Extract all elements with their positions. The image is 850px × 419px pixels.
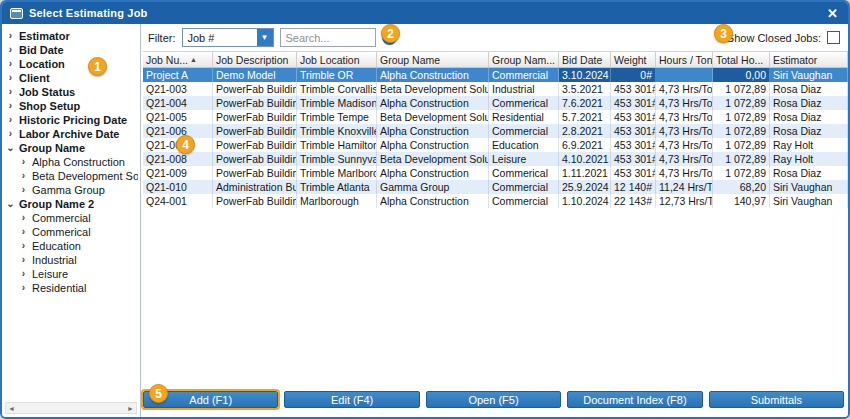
column-header-job-nu[interactable]: Job Nu...▲: [143, 52, 213, 67]
filter-field-dropdown[interactable]: Job # ▼: [182, 28, 274, 47]
chevron-down-icon[interactable]: ▼: [257, 29, 273, 46]
tree-item-label: Residential: [32, 282, 86, 294]
job-row-q21-003[interactable]: Q21-003PowerFab Building ORTrimble Corva…: [143, 82, 848, 96]
scroll-right-icon[interactable]: ►: [127, 405, 134, 412]
cell-job-nu: Q21-005: [143, 110, 213, 124]
tree-item-beta-development-solu[interactable]: ›Beta Development Solu: [6, 169, 138, 183]
scroll-left-icon[interactable]: ◄: [8, 405, 15, 412]
cell-hours-ton: 4,73 Hrs/Ton: [656, 138, 713, 152]
cell-estimator: Siri Vaughan: [770, 180, 848, 194]
filter-bar: Filter: Job # ▼ ? Show Closed Jobs:: [141, 24, 848, 51]
cell-weight: 12 140#: [611, 180, 656, 194]
chevron-right-icon[interactable]: ›: [6, 71, 15, 85]
column-header-label: Weight: [614, 54, 647, 66]
cell-group-nam: Commercial: [489, 194, 559, 208]
tree-item-shop-setup[interactable]: ›Shop Setup: [6, 99, 138, 113]
column-header-hours-ton[interactable]: Hours / Ton: [656, 52, 713, 67]
chevron-down-icon[interactable]: ⌄: [6, 197, 15, 211]
search-input[interactable]: [280, 28, 376, 47]
column-header-group-name[interactable]: Group Name: [377, 52, 489, 67]
cell-weight: 453 301#: [611, 152, 656, 166]
cell-group-nam: Residential: [489, 110, 559, 124]
chevron-right-icon[interactable]: ›: [6, 127, 15, 141]
cell-estimator: Siri Vaughan: [770, 194, 848, 208]
chevron-right-icon[interactable]: ›: [19, 183, 28, 197]
job-row-q21-005[interactable]: Q21-005PowerFab Building AZTrimble Tempe…: [143, 110, 848, 124]
tree-item-label: Commercial: [32, 212, 91, 224]
column-header-bid-date[interactable]: Bid Date: [559, 52, 611, 67]
job-row-q21-010[interactable]: Q21-010Administration BuildingTrimble At…: [143, 180, 848, 194]
show-closed-jobs-label: Show Closed Jobs:: [727, 32, 821, 44]
column-header-job-description[interactable]: Job Description: [213, 52, 297, 67]
tree-item-job-status[interactable]: ›Job Status: [6, 85, 138, 99]
edit-f4-button[interactable]: Edit (F4): [284, 391, 419, 408]
chevron-right-icon[interactable]: ›: [6, 99, 15, 113]
chevron-down-icon[interactable]: ⌄: [6, 141, 15, 155]
tree-horizontal-scrollbar[interactable]: ◄ ►: [5, 402, 137, 414]
job-row-project-a[interactable]: Project ADemo ModelTrimble ORAlpha Const…: [143, 68, 848, 82]
chevron-right-icon[interactable]: ›: [19, 281, 28, 295]
chevron-right-icon[interactable]: ›: [6, 113, 15, 127]
submittals-button[interactable]: Submittals: [709, 391, 844, 408]
tree-item-labor-archive-date[interactable]: ›Labor Archive Date: [6, 127, 138, 141]
cell-estimator: Rosa Diaz: [770, 124, 848, 138]
chevron-right-icon[interactable]: ›: [6, 85, 15, 99]
document-index-f8-button[interactable]: Document Index (F8): [567, 391, 702, 408]
open-f5-button[interactable]: Open (F5): [426, 391, 561, 408]
tree-item-industrial[interactable]: ›Industrial: [6, 253, 138, 267]
chevron-right-icon[interactable]: ›: [6, 29, 15, 43]
cell-job-nu: Project A: [143, 68, 213, 82]
column-header-total-ho[interactable]: Total Ho...: [713, 52, 770, 67]
cell-group-name: Beta Development Solution: [377, 152, 489, 166]
column-header-job-location[interactable]: Job Location: [297, 52, 377, 67]
tree-item-group-name-2[interactable]: ⌄Group Name 2: [6, 197, 138, 211]
tree-item-education[interactable]: ›Education: [6, 239, 138, 253]
column-header-group-nam[interactable]: Group Nam...: [489, 52, 559, 67]
chevron-right-icon[interactable]: ›: [19, 155, 28, 169]
chevron-right-icon[interactable]: ›: [19, 225, 28, 239]
chevron-right-icon[interactable]: ›: [19, 253, 28, 267]
column-header-label: Hours / Ton: [659, 54, 713, 66]
job-row-q21-007[interactable]: Q21-007PowerFab Building INTrimble Hamil…: [143, 138, 848, 152]
tree-item-residential[interactable]: ›Residential: [6, 281, 138, 295]
chevron-right-icon[interactable]: ›: [19, 239, 28, 253]
close-icon[interactable]: ✕: [825, 6, 840, 21]
tree-item-label: Alpha Construction: [32, 156, 125, 168]
sort-ascending-icon: ▲: [190, 56, 197, 63]
tree-item-label: Gamma Group: [32, 184, 105, 196]
chevron-right-icon[interactable]: ›: [6, 43, 15, 57]
chevron-right-icon[interactable]: ›: [19, 267, 28, 281]
tree-item-location[interactable]: ›Location: [6, 57, 138, 71]
job-row-q21-008[interactable]: Q21-008PowerFab Building CATrimble Sunny…: [143, 152, 848, 166]
cell-weight: 0#: [611, 68, 656, 82]
cell-job-description: Administration Building: [213, 180, 297, 194]
chevron-right-icon[interactable]: ›: [6, 57, 15, 71]
column-header-estimator[interactable]: Estimator: [770, 52, 848, 67]
column-header-label: Group Nam...: [492, 54, 555, 66]
tree-item-commerical[interactable]: ›Commerical: [6, 225, 138, 239]
tree-item-group-name[interactable]: ⌄Group Name: [6, 141, 138, 155]
cell-total-ho: 0,00: [713, 68, 770, 82]
chevron-right-icon[interactable]: ›: [19, 211, 28, 225]
title-bar: Select Estimating Job ✕: [2, 2, 848, 24]
tree-item-bid-date[interactable]: ›Bid Date: [6, 43, 138, 57]
cell-estimator: Rosa Diaz: [770, 110, 848, 124]
tree-item-historic-pricing-date[interactable]: ›Historic Pricing Date: [6, 113, 138, 127]
cell-hours-ton: 4,73 Hrs/Ton: [656, 96, 713, 110]
job-row-q21-009[interactable]: Q21-009PowerFab Building MATrimble Marlb…: [143, 166, 848, 180]
cell-job-nu: Q21-009: [143, 166, 213, 180]
chevron-right-icon[interactable]: ›: [19, 169, 28, 183]
tree-item-leisure[interactable]: ›Leisure: [6, 267, 138, 281]
tree-item-gamma-group[interactable]: ›Gamma Group: [6, 183, 138, 197]
job-row-q21-006[interactable]: Q21-006PowerFab Building TNTrimble Knoxv…: [143, 124, 848, 138]
column-header-weight[interactable]: Weight: [611, 52, 656, 67]
tree-item-commercial[interactable]: ›Commercial: [6, 211, 138, 225]
job-row-q24-001[interactable]: Q24-001PowerFab Building MAMarlboroughAl…: [143, 194, 848, 208]
tree-item-alpha-construction[interactable]: ›Alpha Construction: [6, 155, 138, 169]
job-row-q21-004[interactable]: Q21-004PowerFab Building WITrimble Madis…: [143, 96, 848, 110]
tree-item-label: Education: [32, 240, 81, 252]
tree-item-estimator[interactable]: ›Estimator: [6, 29, 138, 43]
show-closed-jobs-checkbox[interactable]: [827, 31, 840, 44]
tree-item-client[interactable]: ›Client: [6, 71, 138, 85]
cell-job-nu: Q24-001: [143, 194, 213, 208]
